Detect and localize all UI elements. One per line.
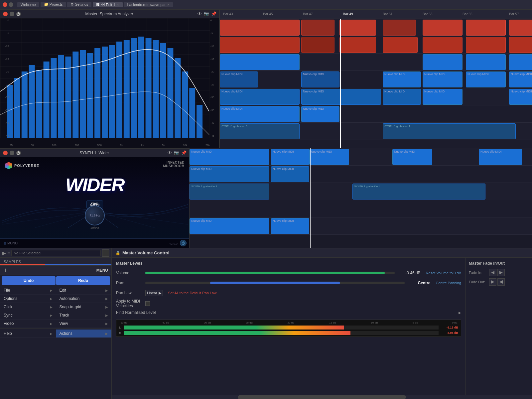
midi-clip-2[interactable]: Nuevo clip MIDI [301,71,339,87]
fade-btn-1[interactable] [489,269,496,276]
clip-red-1[interactable] [220,20,300,36]
clip-red-7[interactable] [509,20,532,36]
clip-orange-5[interactable] [423,37,463,53]
fade-btn-3[interactable] [489,278,496,286]
midi-clip-6[interactable]: Nuevo clip MIDI [509,71,532,87]
midi-clip-row2-1[interactable]: Nuevo clip MIDI [220,89,300,105]
arrangement-scrollbar[interactable] [112,395,532,399]
menu-item-options[interactable]: Options ▶ [0,295,56,303]
clip-red-5[interactable] [423,20,463,36]
lower-audio-1[interactable]: SYNTH 1 grabación 3 [190,184,269,200]
pan-slider[interactable] [145,282,405,284]
clip-orange-7[interactable] [509,37,532,53]
fade-btn-2[interactable] [497,269,505,276]
menu-item-automation[interactable]: Automation ▶ [56,295,112,303]
spectrum-close[interactable] [3,12,8,16]
scrollbar-thumb[interactable] [238,395,406,399]
undo-button[interactable]: Undo [2,276,56,285]
midi-clip-row2-5[interactable]: Nuevo clip MIDI [509,89,532,105]
menu-item-actions[interactable]: Actions ▶ [56,330,112,338]
clip-red-3[interactable] [339,20,376,36]
volume-slider[interactable] [145,272,395,274]
synth-power[interactable]: ⏻ [16,151,21,155]
audio-clip-1[interactable]: SYNTH 1 grabación 3 [220,123,300,139]
tab-settings[interactable]: ⚙ Settings [67,2,91,7]
midi-clip-row2-3[interactable]: Nuevo clip MIDI [383,89,421,105]
apply-midi-checkbox[interactable] [145,301,150,306]
midi-clip-5[interactable]: Nuevo clip MIDI [466,71,506,87]
redo-button[interactable]: Redo [56,276,110,285]
menu-item-sync[interactable]: Sync ▶ [0,311,56,320]
reset-volume-btn[interactable]: Reset Volume to 0 dB [426,271,461,275]
freq-knob[interactable]: 71.6 Hz [85,205,105,225]
tab-project-file[interactable]: haciendo.retrowave-par ✕ [124,2,173,7]
play-icon[interactable]: ▶ [2,250,6,256]
synth-power-btn[interactable]: ⏻ [180,240,187,246]
list-icon[interactable]: ≡ [7,250,10,256]
menu-item-file[interactable]: File ▶ [0,286,56,295]
centre-panning-btn[interactable]: Centre Panning [436,281,461,285]
pan-law-select[interactable]: Linear ▶ [145,290,163,296]
clip-orange-6[interactable] [466,37,506,53]
lower-midi-7[interactable]: Nuevo clip MIDI [271,166,309,182]
clip-blue-1[interactable] [220,54,300,70]
menu-item-snap[interactable]: Snap-to-grid ▶ [56,303,112,311]
clip-red-2[interactable] [301,20,334,36]
fade-btn-4[interactable] [497,278,505,286]
clip-blue-4[interactable] [509,54,532,70]
tab-edit1[interactable]: 🖫 44 Edit 1 ✕ [93,2,122,7]
tab-close-icon[interactable]: ✕ [117,3,119,6]
menu-item-track[interactable]: Track ▶ [56,311,112,320]
midi-clip-row3-1[interactable]: Nuevo clip MIDI [220,106,300,122]
mono-button[interactable]: MONO [4,241,18,245]
lower-midi-1[interactable]: Nuevo clip MIDI [190,149,269,165]
clip-blue-3[interactable] [466,54,506,70]
midi-clip-3[interactable]: Nuevo clip MIDI [383,71,421,87]
audio-clip-2[interactable]: SYNTH 1 grabación 1 [383,123,516,139]
menu-item-edit[interactable]: Edit ▶ [56,286,112,295]
spectrum-eye-icon[interactable]: 👁 [198,11,202,16]
lower-midi-5[interactable]: Nuevo clip MIDI [479,149,522,165]
synth-pin-icon[interactable]: 📌 [181,150,187,155]
synth-eye-icon[interactable]: 👁 [168,150,172,155]
download-icon[interactable]: ⬇ [4,268,8,273]
clip-orange-1[interactable] [220,37,300,53]
clip-orange-4[interactable] [383,37,418,53]
lower-audio-2[interactable]: SYNTH 1 grabación 1 [352,184,485,200]
file-path-box[interactable] [102,249,109,257]
lower-bottom-2[interactable]: Nuevo clip MIDI [271,218,309,234]
menu-item-video[interactable]: Video ▶ [0,320,56,328]
spectrum-camera-icon[interactable]: 📷 [204,11,209,16]
midi-clip-row2-2[interactable]: Nuevo clip MIDI [301,89,381,105]
synth-minimize[interactable] [10,151,14,155]
lower-midi-2[interactable]: Nuevo clip MIDI [271,149,309,165]
samples-tab-label[interactable]: SAMPLES [0,260,24,264]
spectrum-pin-icon[interactable]: 📌 [211,11,216,16]
clip-orange-3[interactable] [339,37,376,53]
spectrum-minimize[interactable] [10,12,14,16]
clip-orange-2[interactable] [301,37,334,53]
tab-close-icon2[interactable]: ✕ [167,3,170,6]
lower-midi-3[interactable]: Nuevo clip MIDI [309,149,349,165]
find-level-arrow[interactable]: ▶ [459,311,461,315]
spectrum-power[interactable]: ⏻ [16,12,21,16]
lower-midi-4[interactable]: Nuevo clip MIDI [392,149,432,165]
menu-item-view[interactable]: View ▶ [56,320,112,328]
midi-clip-row3-2[interactable]: Nuevo clip MIDI [301,106,339,122]
midi-clip-1[interactable]: Nuevo clip MIDI [220,71,258,87]
pan-law-link[interactable]: Set All to the Default Pan Law [168,291,217,295]
synth-close[interactable] [3,151,8,155]
clip-blue-2[interactable] [423,54,463,70]
menu-item-help[interactable]: Help ▶ [0,330,56,338]
clip-red-4[interactable] [383,20,416,36]
lower-midi-6[interactable]: Nuevo clip MIDI [190,166,269,182]
minimize-button[interactable] [9,2,13,7]
synth-camera-icon[interactable]: 📷 [174,150,179,155]
menu-item-click[interactable]: Click ▶ [0,303,56,311]
lower-bottom-1[interactable]: Nuevo clip MIDI [190,218,269,234]
midi-clip-row2-4[interactable]: Nuevo clip MIDI [423,89,463,105]
clip-red-6[interactable] [466,20,506,36]
close-button[interactable] [3,2,7,7]
tab-projects[interactable]: 📁 Projects [41,2,66,7]
midi-clip-4[interactable]: Nuevo clip MIDI [423,71,463,87]
